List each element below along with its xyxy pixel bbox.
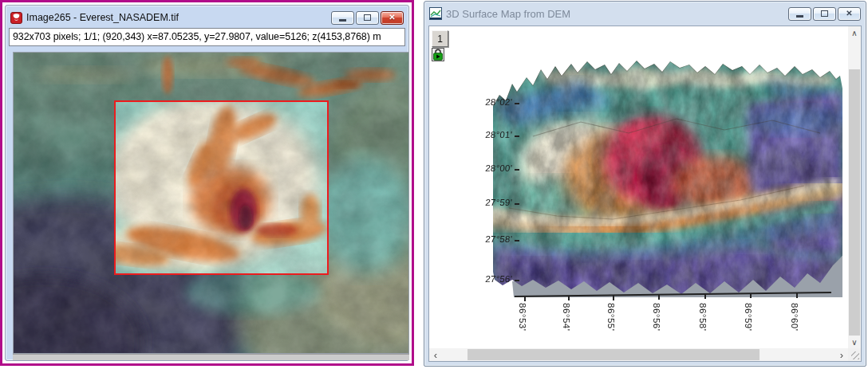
- x-axis-tick: [613, 296, 614, 300]
- x-axis-tick: [704, 294, 706, 299]
- y-axis-tick-label: 28°01': [464, 130, 512, 139]
- x-axis-tick-label: 86°55': [606, 303, 616, 331]
- x-axis-tick-label: 86°54': [562, 303, 571, 331]
- x-axis-tick: [750, 293, 752, 298]
- y-axis-tick-label: 28°02': [464, 97, 512, 107]
- close-icon: ✕: [846, 10, 852, 18]
- x-axis-tick-label: 86°58': [698, 303, 708, 331]
- restore-icon: [821, 10, 828, 17]
- horizontal-scrollbar[interactable]: ‹ ›: [429, 348, 848, 361]
- close-icon: ✕: [389, 14, 395, 22]
- y-axis-tick: [515, 203, 519, 205]
- y-axis-tick: [515, 280, 519, 281]
- y-axis-tick-label: 27°59': [464, 198, 512, 207]
- graph-canvas: 1: [428, 26, 862, 362]
- graph-minimize-button[interactable]: [788, 7, 811, 21]
- scroll-down-button[interactable]: ∨: [848, 336, 861, 348]
- graph-close-button[interactable]: ✕: [838, 7, 861, 21]
- x-axis-tick: [524, 296, 526, 301]
- scroll-left-button[interactable]: ‹: [429, 348, 442, 361]
- x-axis-tick-label: 86°53': [518, 303, 527, 331]
- graph-window-titlebar[interactable]: 3D Surface Map from DEM ✕: [426, 4, 864, 23]
- x-axis-tick: [568, 296, 570, 300]
- y-axis-tick-label: 27°58': [464, 234, 512, 244]
- y-axis-tick-label: 28°00': [464, 163, 512, 173]
- image-status-bar: 932x703 pixels; 1/1; (920,343) x=87.0523…: [9, 28, 405, 46]
- roi-rectangle[interactable]: [114, 100, 329, 275]
- scrollbar-corner: [848, 348, 861, 361]
- y-axis-tick: [515, 169, 519, 171]
- minimize-icon: [339, 19, 346, 22]
- vertical-scrollbar[interactable]: ∧ ∨: [848, 26, 861, 348]
- origin-graph-icon: [429, 7, 442, 20]
- x-axis-tick-label: 86°60': [790, 303, 799, 331]
- scroll-right-button[interactable]: ›: [835, 348, 848, 361]
- graph-window-title: 3D Surface Map from DEM: [446, 8, 787, 20]
- resize-grip[interactable]: [851, 351, 859, 359]
- x-axis-tick: [658, 295, 660, 300]
- image-window: Image265 - Everest_NASADEM.tif ✕ 932x703…: [5, 5, 409, 361]
- highlight-border: Image265 - Everest_NASADEM.tif ✕ 932x703…: [0, 0, 414, 366]
- x-axis-tick: [796, 293, 798, 298]
- imagej-app-icon: [10, 12, 22, 24]
- y-axis-tick: [515, 240, 519, 241]
- x-axis-tick-label: 86°59': [744, 303, 753, 331]
- surface-plot[interactable]: 28°02' 28°01' 28°00' 27°59' 27°58' 27°56…: [429, 26, 848, 348]
- x-axis-tick-label: 86°56': [652, 303, 661, 331]
- image-window-title: Image265 - Everest_NASADEM.tif: [26, 12, 329, 23]
- image-window-titlebar[interactable]: Image265 - Everest_NASADEM.tif ✕: [7, 8, 407, 27]
- y-axis-tick: [515, 135, 519, 137]
- desktop: { "left_window": { "title": "Image265 - …: [0, 0, 868, 369]
- window-bottom-strip: [13, 354, 409, 360]
- y-axis-tick-label: 27°56': [464, 274, 512, 284]
- graph-restore-button[interactable]: [813, 7, 836, 21]
- minimize-icon: [796, 15, 803, 18]
- scroll-up-button[interactable]: ∧: [848, 26, 861, 39]
- vertical-scrollbar-thumb[interactable]: [849, 69, 860, 336]
- minimize-button[interactable]: [331, 11, 354, 25]
- dem-image-canvas[interactable]: [13, 52, 409, 354]
- restore-icon: [364, 14, 371, 21]
- horizontal-scrollbar-thumb[interactable]: [468, 349, 760, 360]
- restore-button[interactable]: [356, 11, 379, 25]
- close-button[interactable]: ✕: [381, 11, 404, 25]
- y-axis-tick: [515, 103, 519, 104]
- graph-window: 3D Surface Map from DEM ✕ 1: [424, 1, 866, 367]
- surface-3d-art: [485, 57, 844, 304]
